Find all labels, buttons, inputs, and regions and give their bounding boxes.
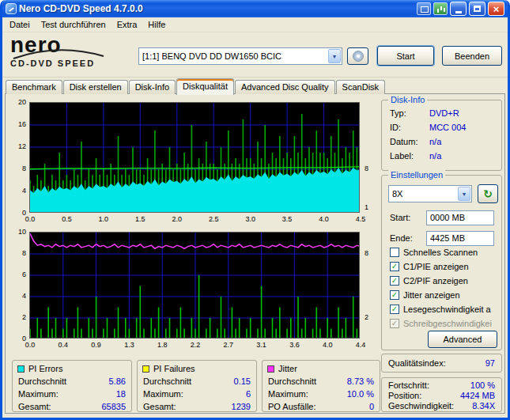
minimize-button[interactable] [450, 2, 467, 16]
stat-label: PO Ausfälle: [268, 400, 316, 413]
settings-panel: Einstellungen 8X ▼ ↻ Start: 0000 MB Ende… [381, 175, 502, 350]
drive-control-button[interactable] [347, 47, 368, 65]
jitter-stats: Jitter Durchschnitt8.73 % Maximum:10.0 %… [262, 360, 380, 412]
end-mb-label: Ende: [390, 233, 413, 243]
pif-chart-plot [29, 232, 360, 339]
stat-label: Durchschnitt [268, 375, 316, 388]
start-button[interactable]: Start [377, 46, 434, 66]
stat-value: 5.86 [109, 375, 126, 388]
stat-value: 1239 [232, 400, 251, 413]
disk-info-row-label: Label: n/a [390, 151, 495, 162]
disk-info-label: Label: [390, 151, 414, 161]
titlebar-green-icon[interactable] [433, 2, 448, 15]
menu-item-hilfe[interactable]: Hilfe [142, 18, 171, 31]
stat-row: Maximum:10.0 % [263, 388, 380, 400]
quality-index-label: Qualitätsindex: [388, 358, 446, 368]
application-window: Nero CD-DVD Speed 4.7.0.0 × Datei Test d… [0, 0, 510, 420]
pi-errors-header: PI Errors [13, 361, 131, 375]
menu-item-extra[interactable]: Extra [111, 18, 143, 31]
menubar: Datei Test durchführen Extra Hilfe [2, 17, 508, 32]
checkbox-label: Schreibgeschwindigkei [403, 319, 492, 328]
tab-disk-info[interactable]: Disk-Info [129, 80, 176, 94]
app-icon [6, 3, 17, 14]
quality-index-value: 97 [485, 358, 495, 368]
pie-chart-plot [29, 102, 360, 213]
progress-row: Fortschritt: 100 % [388, 380, 495, 392]
speed-select[interactable]: 8X ▼ [388, 185, 472, 202]
progress-label: Fortschritt: [388, 380, 429, 392]
tab-benchmark[interactable]: Benchmark [6, 80, 62, 94]
disk-info-label: Typ: [390, 108, 406, 118]
pie-chart-x-axis: 0.00.51.01.52.02.53.03.54.04.5 [30, 215, 361, 224]
pi-failures-stats: PI Failures Durchschnitt0.15 Maximum:6 G… [137, 360, 257, 412]
pif-jitter-chart: 0246810 82 0.00.40.91.31.82.22.73.13.64.… [10, 230, 377, 352]
maximize-button[interactable] [469, 2, 485, 16]
checkbox-label: C2/PIF anzeigen [403, 276, 468, 286]
end-mb-field[interactable]: 4425 MB [426, 231, 494, 246]
checkbox-jitter-anzeigen[interactable]: ✓ Jitter anzeigen [390, 289, 498, 301]
start-mb-label: Start: [390, 213, 410, 222]
stat-label: Maximum: [143, 388, 183, 400]
titlebar[interactable]: Nero CD-DVD Speed 4.7.0.0 × [2, 0, 508, 17]
menu-item-datei[interactable]: Datei [4, 18, 36, 31]
quit-button[interactable]: Beenden [442, 46, 502, 66]
stat-label: Gesamt: [18, 400, 51, 413]
stat-value: 65835 [101, 400, 126, 413]
tab-scandisk[interactable]: ScanDisk [336, 80, 385, 94]
advanced-button[interactable]: Advanced [428, 331, 497, 348]
pie-errors-chart: 048121620 81 0.00.51.01.52.02.53.03.54.0… [10, 100, 377, 225]
checkbox-c1-pie-anzeigen[interactable]: ✓ C1/PIE anzeigen [390, 261, 498, 272]
menu-item-test-durchfuehren[interactable]: Test durchführen [36, 18, 111, 31]
disk-info-row-datum: Datum: n/a [390, 137, 495, 148]
tab-disk-erstellen[interactable]: Disk erstellen [63, 80, 128, 94]
checkbox-icon: ✓ [390, 319, 399, 328]
checkbox-icon: ✓ [390, 290, 399, 300]
disk-info-label: ID: [390, 123, 401, 132]
pi-failures-header: PI Failures [138, 361, 256, 375]
pie-legend-swatch [17, 365, 25, 373]
speed-label: Geschwindigkeit: [388, 401, 454, 412]
pie-chart-right-axis: 81 [363, 100, 376, 225]
dropdown-arrow-icon[interactable]: ▼ [458, 187, 470, 201]
titlebar-blue-icon[interactable] [417, 2, 431, 15]
stat-row: Durchschnitt0.15 [138, 375, 256, 388]
dropdown-arrow-icon[interactable]: ▼ [328, 49, 341, 63]
position-row: Position: 4424 MB [388, 391, 495, 402]
checkbox-schnelles-scannen[interactable]: Schnelles Scannen [390, 247, 498, 258]
pie-chart-y-axis: 048121620 [10, 100, 27, 225]
checkbox-icon [390, 248, 399, 257]
disk-info-row-typ: Typ: DVD+R [390, 108, 495, 119]
disk-info-title: Disk-Info [388, 95, 427, 104]
settings-title: Einstellungen [388, 170, 445, 180]
window-title: Nero CD-DVD Speed 4.7.0.0 [19, 3, 414, 14]
start-mb-field[interactable]: 0000 MB [426, 210, 494, 225]
disk-info-value: n/a [429, 137, 441, 146]
pif-chart-y-axis: 0246810 [10, 230, 27, 352]
disk-info-panel: Disk-Info Typ: DVD+R ID: MCC 004 Datum: … [381, 100, 502, 171]
pi-errors-title: PI Errors [28, 364, 62, 373]
checkbox-icon: ✓ [390, 276, 399, 286]
jitter-header: Jitter [263, 361, 380, 375]
checkbox-schreibgeschwindigkeit[interactable]: ✓ Schreibgeschwindigkei [390, 318, 498, 329]
disk-info-value: MCC 004 [429, 123, 466, 132]
stat-value: 18 [116, 388, 126, 400]
checkbox-icon: ✓ [390, 262, 399, 271]
progress-panel: Fortschritt: 100 % Position: 4424 MB Ges… [381, 377, 502, 412]
nero-logo: nero CD-DVD SPEED [10, 35, 121, 68]
close-button[interactable]: × [488, 2, 504, 16]
drive-selector[interactable]: [1:1] BENQ DVD DD DW1650 BCIC ▼ [138, 47, 342, 65]
stat-row: Maximum:6 [138, 388, 256, 400]
pi-errors-stats: PI Errors Durchschnitt5.86 Maximum:18 Ge… [12, 360, 132, 412]
stat-row: Gesamt:1239 [138, 400, 256, 413]
checkbox-lesegeschwindigkeit[interactable]: ✓ Lesegeschwindigkeit a [390, 304, 498, 315]
refresh-button[interactable]: ↻ [478, 184, 498, 203]
maximize-icon [474, 6, 481, 12]
tab-advanced-disc-quality[interactable]: Advanced Disc Quality [235, 80, 335, 94]
speed-value: 8.34X [472, 401, 495, 412]
checkbox-c2-pif-anzeigen[interactable]: ✓ C2/PIF anzeigen [390, 275, 498, 286]
tab-bar: Benchmark Disk erstellen Disk-Info Diskq… [6, 78, 386, 94]
pif-chart-x-axis: 0.00.40.91.31.82.22.73.13.64.04.4 [30, 341, 361, 350]
stat-row: Maximum:18 [13, 388, 131, 400]
tab-diskqualitaet[interactable]: Diskqualität [176, 78, 234, 95]
checkbox-label: Jitter anzeigen [403, 290, 460, 300]
